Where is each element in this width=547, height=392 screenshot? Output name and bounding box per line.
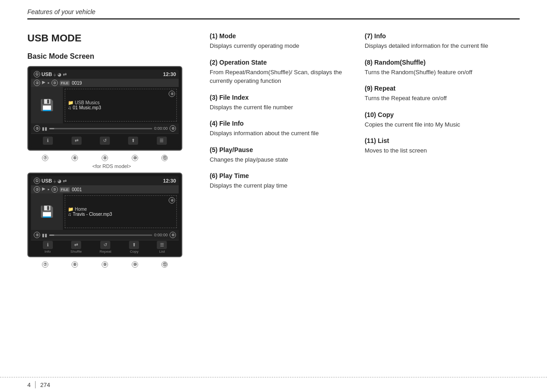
screen-file-info-1: 📁 USB Musics ♫ 01 Music.mp3 ④ xyxy=(65,89,177,122)
feature-10-title: (10) Copy xyxy=(365,111,520,118)
screen-bottom-row-1: ℹ ⇄ ↺ ⬆ ☰ xyxy=(31,133,179,147)
screen-main-area-1: 💾 📁 USB Musics ♫ 01 Music.mp3 ④ xyxy=(31,87,179,123)
screen-op-row-2: ② ⯈ ▶ ③ FILE 0001 xyxy=(31,185,179,193)
shuffle-label-2: Shuffle xyxy=(71,249,82,254)
num-11-label-1: ⑪ xyxy=(161,155,168,161)
circle-1-indicator: ① xyxy=(34,71,40,77)
antenna-icon: ⇄ xyxy=(63,72,67,77)
circle-4-indicator: ④ xyxy=(169,91,175,97)
circle-6-indicator: ⑥ xyxy=(170,125,176,132)
screen-filename-1: ♫ 01 Music.mp3 xyxy=(68,105,174,110)
screen-mockup-1: ① USB ⏚ ◕ ⇄ 12:30 ② ⯈ ▶ ③ FILE xyxy=(27,66,182,151)
feature-11: (11) List Moves to the list screen xyxy=(365,137,520,155)
list-icon-2: ☰ xyxy=(157,241,167,249)
screen-top-bar-1: ① USB ⏚ ◕ ⇄ 12:30 xyxy=(31,70,179,79)
for-rds-label: <for RDS model> xyxy=(27,163,196,169)
progress-bar-1 xyxy=(49,128,152,129)
screen-main-area-2: 💾 📁 Home ♫ Travis - Closer.mp3 ④ xyxy=(31,193,179,230)
feature-3: (3) File Index Displays the current file… xyxy=(210,94,351,112)
num-7-label-2: ⑦ xyxy=(42,261,48,268)
feature-6: (6) Play Time Displays the current play … xyxy=(210,172,351,190)
screen-progress-row-1: ⑤ ▮▮ 0:00:00 ⑥ xyxy=(31,123,179,133)
screen-nums-row-1: ⑦ ⑧ ⑨ ⑩ ⑪ xyxy=(27,153,182,163)
screen-time-1: 12:30 xyxy=(163,71,176,77)
file-index-2: 0001 xyxy=(72,187,82,192)
feature-10-desc: Copies the current file into My Music xyxy=(365,120,520,129)
feature-3-desc: Displays the current file number xyxy=(210,103,351,112)
shuffle-btn-1[interactable]: ⇄ xyxy=(72,137,82,145)
feature-1-title: (1) Mode xyxy=(210,32,351,40)
info-label-2: Info xyxy=(45,249,51,254)
screen-bottom-row-2: ℹ Info ⇄ Shuffle ↺ Repeat ⬆ xyxy=(31,240,179,254)
list-btn-2[interactable]: ☰ List xyxy=(157,241,167,254)
feature-9-desc: Turns the Repeat feature on/off xyxy=(365,94,520,103)
file-name-2: Travis - Closer.mp3 xyxy=(73,212,112,217)
screen-folder-2: 📁 Home xyxy=(68,207,174,212)
bluetooth-icon: ⏚ xyxy=(53,72,56,77)
num-8-label-1: ⑧ xyxy=(72,155,78,161)
feature-5-desc: Changes the play/pause state xyxy=(210,155,351,164)
folder-icon-1: 📁 xyxy=(68,100,73,105)
screen-top-left-2: ① USB ⏚ ◕ ⇄ xyxy=(34,178,67,184)
file-badge-2: FILE xyxy=(60,187,70,192)
repeat-btn-2[interactable]: ↺ Repeat xyxy=(99,241,111,254)
list-label-2: List xyxy=(159,249,165,254)
antenna-icon-2: ⇄ xyxy=(63,178,67,183)
folder-icon-2: 📁 xyxy=(68,207,73,212)
shuffle-icon-2: ⇄ xyxy=(71,241,81,249)
circle-3-indicator: ③ xyxy=(52,80,58,86)
screen-op-row-1: ② ⯈ ▶ ③ FILE 0019 xyxy=(31,79,179,87)
screen-mockup-2: ① USB ⏚ ◕ ⇄ 12:30 ② ⯈ ▶ ③ FILE xyxy=(27,173,182,257)
screen-time-2: 12:30 xyxy=(163,178,176,183)
screen-progress-row-2: ⑤ ▮▮ 0:00:00 ⑥ xyxy=(31,230,179,240)
feature-1: (1) Mode Displays currently operating mo… xyxy=(210,32,351,51)
screen-file-info-2: 📁 Home ♫ Travis - Closer.mp3 ④ xyxy=(65,195,177,228)
feature-4-desc: Displays information about the cur­rent … xyxy=(210,129,351,138)
progress-bar-2 xyxy=(49,234,152,236)
footer-separator xyxy=(35,381,36,388)
num-9-label-1: ⑨ xyxy=(102,155,108,161)
screen-nums-row-2: ⑦ ⑧ ⑨ ⑩ ⑪ xyxy=(27,260,182,269)
list-icon-1: ☰ xyxy=(157,137,167,145)
feature-5-title: (5) Play/Pause xyxy=(210,146,351,153)
feature-8-desc: Turns the Random(Shuffle) feature on/off xyxy=(365,68,520,77)
header-title: Features of your vehicle xyxy=(27,8,95,15)
repeat-btn-1[interactable]: ↺ xyxy=(100,137,110,145)
copy-btn-2[interactable]: ⬆ Copy xyxy=(129,241,139,254)
num-7-label-1: ⑦ xyxy=(42,155,48,161)
op-icons: ⯈ ▶ xyxy=(42,81,50,85)
usb-drive-icon-1: 💾 xyxy=(40,99,54,112)
screen-inner-2: ① USB ⏚ ◕ ⇄ 12:30 ② ⯈ ▶ ③ FILE xyxy=(31,176,179,254)
feature-5: (5) Play/Pause Changes the play/pause st… xyxy=(210,146,351,164)
section-title: USB MODE xyxy=(27,32,196,44)
feature-7-desc: Displays detailed information for the cu… xyxy=(365,41,520,51)
num-8-label-2: ⑧ xyxy=(72,261,78,268)
copy-icon-1: ⬆ xyxy=(128,137,138,145)
feature-10: (10) Copy Copies the current file into M… xyxy=(365,111,520,129)
circle-4-indicator-2: ④ xyxy=(169,197,175,204)
feature-11-title: (11) List xyxy=(365,137,520,144)
footer-chapter: 4 xyxy=(27,382,31,388)
play-time-2: 0:00:00 xyxy=(154,233,168,237)
info-btn-2[interactable]: ℹ Info xyxy=(43,241,53,254)
progress-fill-2 xyxy=(49,234,54,236)
screen-folder-1: 📁 USB Musics xyxy=(68,100,174,105)
usb-label-2: USB xyxy=(41,178,52,183)
list-btn-1[interactable]: ☰ xyxy=(157,137,167,145)
circle-5-indicator-2: ⑤ xyxy=(34,232,40,238)
feature-4: (4) File Info Displays information about… xyxy=(210,120,351,138)
usb-drive-icon-2: 💾 xyxy=(40,205,54,218)
screen-inner-1: ① USB ⏚ ◕ ⇄ 12:30 ② ⯈ ▶ ③ FILE xyxy=(31,70,179,147)
shuffle-btn-2[interactable]: ⇄ Shuffle xyxy=(71,241,82,254)
music-note-icon-1: ♫ xyxy=(68,105,72,110)
feature-8: (8) Random(Shuffle) Turns the Random(Shu… xyxy=(365,59,520,77)
copy-btn-1[interactable]: ⬆ xyxy=(128,137,138,145)
feature-2: (2) Operation State From Repeat/Random(S… xyxy=(210,59,351,86)
feature-6-desc: Displays the current play time xyxy=(210,181,351,190)
folder-name-1: USB Musics xyxy=(75,100,99,105)
circle-2-indicator: ② xyxy=(34,80,40,86)
feature-4-title: (4) File Info xyxy=(210,120,351,127)
info-btn-1[interactable]: ℹ xyxy=(43,137,53,145)
copy-icon-2: ⬆ xyxy=(129,241,139,249)
file-name-1: 01 Music.mp3 xyxy=(73,105,101,110)
